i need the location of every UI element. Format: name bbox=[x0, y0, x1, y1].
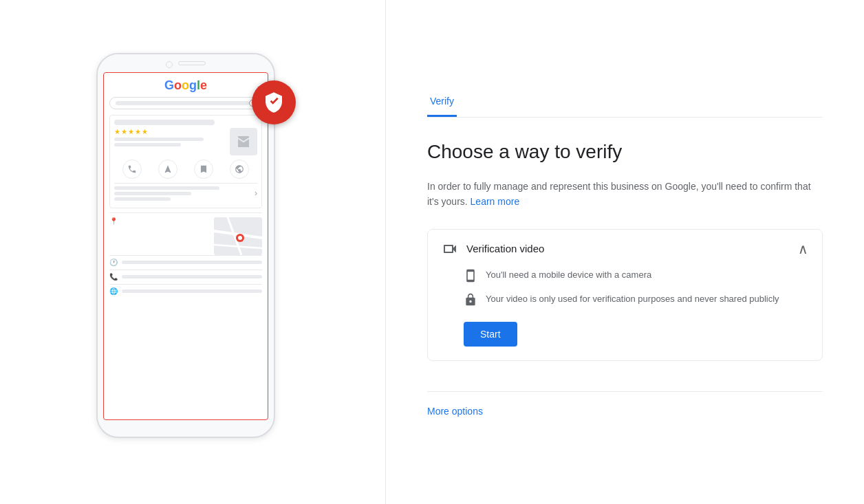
navigate-btn bbox=[158, 160, 177, 179]
map-thumbnail bbox=[214, 217, 262, 255]
section-divider bbox=[427, 391, 823, 392]
phone-camera bbox=[166, 61, 173, 68]
verification-header-left: Verification video bbox=[442, 241, 544, 257]
detail-row-2: Your video is only used for verification… bbox=[464, 292, 808, 307]
more-info-line-2 bbox=[114, 192, 191, 195]
detail-text-2: Your video is only used for verification… bbox=[486, 292, 779, 306]
listing-row: ★ ★ ★ ★ ★ bbox=[114, 128, 257, 155]
verification-title: Verification video bbox=[466, 243, 544, 254]
more-info-lines bbox=[114, 186, 255, 201]
listing-line-1 bbox=[114, 138, 204, 141]
map-pin-icon: 📍 bbox=[109, 217, 118, 225]
detail-text-1: You'll need a mobile device with a camer… bbox=[486, 268, 651, 282]
star-4: ★ bbox=[135, 128, 141, 135]
star-2: ★ bbox=[121, 128, 127, 135]
right-panel: Verify Choose a way to verify In order t… bbox=[385, 0, 864, 504]
listing-title-bar bbox=[114, 120, 215, 125]
phone-wrapper: Google ★ ★ ★ bbox=[96, 53, 289, 452]
hours-row: 🕐 bbox=[109, 255, 262, 270]
phone-speaker bbox=[178, 61, 206, 65]
clock-icon: 🕐 bbox=[109, 259, 118, 267]
phone-notch bbox=[98, 54, 274, 72]
phone-screen: Google ★ ★ ★ bbox=[103, 72, 268, 420]
more-info-line-1 bbox=[114, 186, 219, 190]
map-section: 📍 bbox=[109, 212, 262, 255]
map-info: 📍 bbox=[109, 217, 211, 255]
star-1: ★ bbox=[114, 128, 120, 135]
page-heading: Choose a way to verify bbox=[427, 140, 823, 164]
phone-frame: Google ★ ★ ★ bbox=[96, 53, 275, 438]
more-options-link[interactable]: More options bbox=[427, 406, 823, 417]
star-5: ★ bbox=[142, 128, 148, 135]
hours-line bbox=[122, 261, 262, 264]
chevron-right-icon: › bbox=[255, 188, 257, 198]
verification-option: Verification video ∧ You'll need a mobil… bbox=[427, 229, 823, 361]
bookmark-btn bbox=[194, 160, 213, 179]
globe-icon bbox=[235, 164, 244, 174]
phone-icon bbox=[127, 164, 137, 174]
navigate-icon bbox=[163, 164, 173, 174]
phone-row: 📞 bbox=[109, 270, 262, 284]
phone-search-bar bbox=[109, 97, 262, 109]
chevron-up-icon: ∧ bbox=[798, 242, 808, 256]
listing-info: ★ ★ ★ ★ ★ bbox=[114, 128, 226, 146]
more-info-row: › bbox=[114, 183, 257, 204]
shield-icon bbox=[263, 91, 285, 113]
description-text: In order to fully manage and represent t… bbox=[427, 179, 823, 210]
shield-badge bbox=[252, 80, 296, 124]
globe-btn bbox=[230, 160, 249, 179]
website-line bbox=[122, 289, 262, 293]
phone-list-icon: 📞 bbox=[109, 273, 118, 281]
more-info-line-3 bbox=[114, 197, 171, 201]
website-icon: 🌐 bbox=[109, 287, 118, 296]
video-camera-icon bbox=[442, 241, 458, 257]
listing-card: ★ ★ ★ ★ ★ bbox=[109, 115, 262, 208]
detail-row-1: You'll need a mobile device with a camer… bbox=[464, 268, 808, 283]
map-roads-svg bbox=[214, 217, 262, 255]
phone-line bbox=[122, 275, 262, 278]
search-bar-line bbox=[116, 101, 249, 105]
tab-bar: Verify bbox=[427, 87, 823, 118]
verification-details: You'll need a mobile device with a camer… bbox=[428, 268, 822, 360]
call-btn bbox=[122, 160, 142, 179]
mobile-device-icon bbox=[464, 269, 477, 283]
phone-illustration-panel: Google ★ ★ ★ bbox=[0, 0, 385, 504]
store-icon-box bbox=[230, 128, 257, 155]
google-logo: Google bbox=[109, 78, 262, 93]
star-3: ★ bbox=[128, 128, 134, 135]
stars-row: ★ ★ ★ ★ ★ bbox=[114, 128, 226, 135]
learn-more-link[interactable]: Learn more bbox=[471, 196, 520, 207]
svg-point-5 bbox=[238, 236, 242, 240]
store-icon bbox=[235, 133, 252, 150]
verification-header[interactable]: Verification video ∧ bbox=[428, 230, 822, 268]
listing-line-2 bbox=[114, 143, 181, 146]
website-row: 🌐 bbox=[109, 284, 262, 298]
action-buttons bbox=[114, 160, 257, 179]
start-button[interactable]: Start bbox=[464, 322, 517, 347]
lock-icon bbox=[464, 293, 477, 307]
bookmark-icon bbox=[199, 164, 208, 174]
verify-tab[interactable]: Verify bbox=[427, 87, 457, 117]
listing-lines bbox=[114, 138, 226, 146]
